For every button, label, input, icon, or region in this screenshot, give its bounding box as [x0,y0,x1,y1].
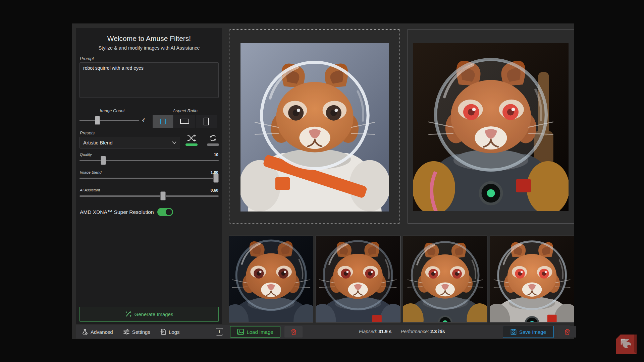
square-ratio-icon [160,119,166,124]
quality-track[interactable] [79,160,219,161]
shuffle-presets-button[interactable] [183,134,200,146]
input-image [240,43,389,212]
image-blend-track[interactable] [79,178,219,179]
trash-icon [565,329,570,335]
advanced-label: Advanced [91,329,113,335]
generated-thumbnails-row [229,236,574,322]
elapsed-value: 31.9 s [378,329,391,334]
load-image-button[interactable]: Load Image [230,326,280,338]
quality-thumb[interactable] [101,156,106,165]
advanced-button[interactable]: Advanced [82,328,113,335]
status-menu: Advanced Settings Logs [82,325,179,339]
performance-value: 2.3 it/s [430,329,445,334]
ai-assistant-thumb[interactable] [160,191,166,200]
info-button[interactable]: i [216,328,223,336]
save-image-label: Save Image [519,329,546,335]
output-image-panel [408,29,574,224]
generate-images-label: Generate Images [135,311,173,317]
image-count-label: Image Count [76,108,148,113]
watermark-logo [616,335,637,354]
image-count-slider[interactable] [79,116,139,125]
app-window: Welcome to Amuse Filters! Stylize & and … [72,23,574,339]
save-image-button[interactable]: Save Image [503,326,554,338]
image-count-value: 4 [142,117,145,123]
presets-selected-value: Artistic Blend [83,140,113,145]
output-image [413,43,569,211]
page-subtitle: Stylize & and modify images with AI Assi… [76,45,222,51]
image-count-thumb[interactable] [95,116,100,125]
delete-input-button[interactable] [284,326,303,338]
presets-dropdown[interactable]: Artistic Blend [79,137,180,148]
aspect-portrait-button[interactable] [196,115,217,128]
sidebar: Welcome to Amuse Filters! Stylize & and … [76,28,222,324]
image-blend-label: Image Blend [80,170,102,174]
save-icon [511,329,517,335]
input-image-dropzone[interactable] [229,29,400,224]
prompt-input[interactable]: robot squirrel with a red eyes [79,62,219,98]
refresh-icon [209,134,217,142]
refresh-inactive-indicator [207,143,219,146]
logs-label: Logs [169,329,180,335]
presets-label: Presets [80,130,95,135]
aspect-ratio-label: Aspect Ratio [152,108,219,113]
trash-icon [291,329,297,335]
settings-button[interactable]: Settings [123,328,150,335]
elapsed-label: Elapsed: [359,329,377,334]
delete-output-button[interactable] [558,326,576,338]
thumbnail-4[interactable] [490,236,574,322]
quality-value: 10 [214,153,218,157]
status-bar: Advanced Settings Logs [76,325,570,339]
sliders-icon [123,328,130,335]
thumbnail-3[interactable] [403,236,487,322]
thumbnail-2[interactable] [316,236,400,322]
portrait-ratio-icon [204,118,209,125]
toggle-knob [166,209,172,215]
page-title: Welcome to Amuse Filters! [76,35,222,43]
document-icon [160,328,166,335]
aspect-landscape-button[interactable] [174,115,196,128]
settings-label: Settings [132,329,150,335]
performance-stat: Performance: 2.3 it/s [401,329,445,334]
ai-assistant-label: AI Assistant [80,188,100,192]
image-blend-thumb[interactable] [213,174,219,183]
landscape-ratio-icon [180,119,189,124]
chevron-down-icon [172,141,176,144]
quality-label: Quality [80,153,92,157]
image-count-track[interactable] [79,120,139,121]
super-resolution-toggle[interactable] [157,208,173,216]
shuffle-icon [187,134,196,142]
shuffle-active-indicator [185,143,198,146]
magic-wand-icon [125,311,131,317]
elapsed-time: Elapsed: 31.9 s [359,329,391,334]
aspect-square-button[interactable] [153,115,174,128]
thumbnail-1[interactable] [229,236,313,322]
flask-icon [82,328,88,335]
performance-label: Performance: [401,329,429,334]
image-icon [237,329,244,335]
refresh-presets-button[interactable] [205,134,221,146]
load-image-label: Load Image [247,329,273,335]
super-resolution-row: AMD XDNA™ Super Resolution [80,208,173,216]
prompt-label: Prompt [80,56,94,61]
super-resolution-label: AMD XDNA™ Super Resolution [80,209,154,215]
info-icon: i [219,329,220,335]
ai-assistant-value: 0.60 [211,188,218,193]
logs-button[interactable]: Logs [160,328,180,335]
ai-assistant-track[interactable] [79,195,219,197]
generate-images-button[interactable]: Generate Images [79,307,219,322]
aspect-ratio-group [153,115,217,128]
